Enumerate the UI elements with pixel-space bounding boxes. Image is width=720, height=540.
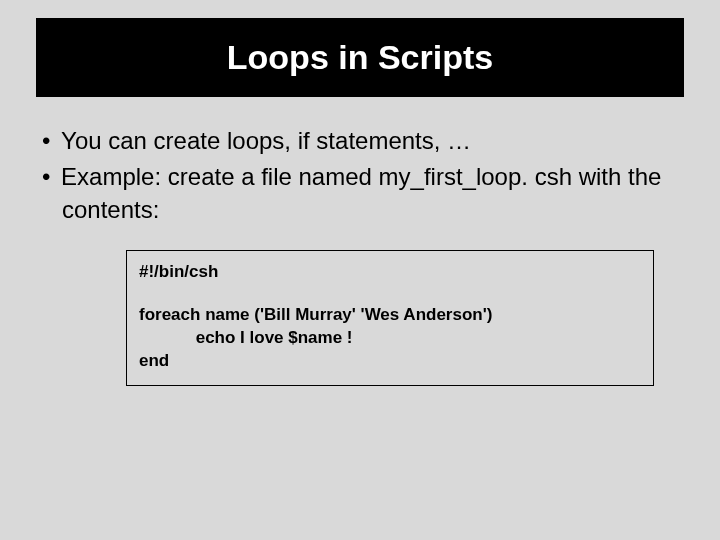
code-block: #!/bin/csh foreach name ('Bill Murray' '…: [126, 250, 654, 386]
bullet-item: Example: create a file named my_first_lo…: [36, 161, 684, 226]
code-line: foreach name ('Bill Murray' 'Wes Anderso…: [139, 304, 641, 327]
code-line: end: [139, 350, 641, 373]
code-line: #!/bin/csh: [139, 261, 641, 284]
bullet-item: You can create loops, if statements, …: [36, 125, 684, 157]
code-line: echo I love $name !: [139, 327, 641, 350]
slide-title: Loops in Scripts: [36, 18, 684, 97]
slide-content: You can create loops, if statements, … E…: [0, 97, 720, 386]
bullet-list: You can create loops, if statements, … E…: [36, 125, 684, 226]
